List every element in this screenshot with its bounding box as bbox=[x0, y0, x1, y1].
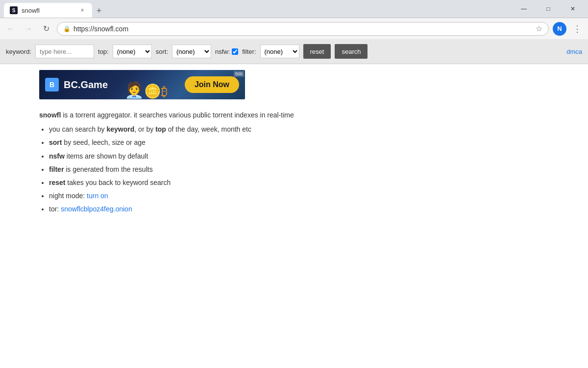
sort-select[interactable]: (none) seed leech size age bbox=[172, 45, 211, 58]
browser-tab[interactable]: S snowfl × bbox=[4, 3, 92, 18]
list-item: filter is generated from the results bbox=[49, 163, 549, 176]
ad-join-button[interactable]: Join Now bbox=[185, 76, 239, 93]
browser-menu-button[interactable]: ⋮ bbox=[570, 22, 584, 36]
dmca-link[interactable]: dmca bbox=[566, 48, 582, 55]
browser-window: S snowfl × + — □ ✕ ← → ↻ 🔒 https://snowf… bbox=[0, 0, 588, 368]
top-label: top: bbox=[98, 48, 109, 55]
tor-link[interactable]: snowflcblpoz4feg.onion bbox=[61, 205, 132, 213]
maximize-button[interactable]: □ bbox=[537, 1, 560, 17]
ad-banner[interactable]: B BC.Game 🧑‍💼 🪙 ₿ Join Now 500 bbox=[39, 70, 245, 99]
search-button[interactable]: search bbox=[335, 44, 368, 59]
list-item: you can search by keyword, or by top of … bbox=[49, 123, 549, 136]
title-bar: S snowfl × + — □ ✕ bbox=[0, 0, 588, 18]
page-area: keyword: top: (none) day week month sort… bbox=[0, 39, 588, 368]
list-item: reset takes you back to keyword search bbox=[49, 177, 549, 189]
night-mode-link[interactable]: turn on bbox=[87, 192, 108, 200]
bookmark-icon[interactable]: ☆ bbox=[536, 24, 542, 33]
back-button[interactable]: ← bbox=[4, 22, 18, 36]
filter-label: filter: bbox=[242, 48, 256, 55]
filter-select[interactable]: (none) bbox=[260, 45, 299, 58]
feature-list: you can search by keyword, or by top of … bbox=[49, 123, 549, 215]
ad-badge: 500 bbox=[234, 71, 244, 77]
tab-favicon: S bbox=[10, 6, 18, 14]
top-select[interactable]: (none) day week month bbox=[113, 45, 152, 58]
keyword-label: keyword: bbox=[6, 48, 31, 55]
address-bar: ← → ↻ 🔒 https://snowfl.com ☆ N ⋮ bbox=[0, 18, 588, 39]
ad-brand-name: BC.Game bbox=[64, 79, 108, 91]
ad-characters: 🧑‍💼 🪙 ₿ bbox=[113, 70, 180, 99]
reset-button[interactable]: reset bbox=[303, 44, 331, 59]
tab-close-button[interactable]: × bbox=[78, 6, 86, 14]
url-bar[interactable]: 🔒 https://snowfl.com ☆ bbox=[57, 22, 549, 36]
forward-button[interactable]: → bbox=[22, 22, 35, 36]
list-item: nsfw items are shown by default bbox=[49, 150, 549, 162]
minimize-button[interactable]: — bbox=[513, 1, 535, 17]
list-item: night mode: turn on bbox=[49, 190, 549, 202]
tab-bar: S snowfl × + bbox=[4, 0, 511, 18]
ad-logo: B bbox=[45, 78, 59, 92]
new-tab-button[interactable]: + bbox=[92, 4, 106, 18]
tab-title: snowfl bbox=[22, 7, 74, 14]
reload-button[interactable]: ↻ bbox=[39, 22, 53, 36]
search-toolbar: keyword: top: (none) day week month sort… bbox=[0, 39, 588, 64]
nsfw-checkbox[interactable] bbox=[232, 48, 238, 55]
close-button[interactable]: ✕ bbox=[562, 1, 584, 17]
url-text: https://snowfl.com bbox=[74, 25, 533, 33]
lock-icon: 🔒 bbox=[63, 25, 71, 32]
description-section: snowfl is a torrent aggregator. it searc… bbox=[0, 103, 588, 223]
profile-button[interactable]: N bbox=[553, 22, 566, 36]
keyword-input[interactable] bbox=[35, 45, 94, 58]
intro-text: snowfl is a torrent aggregator. it searc… bbox=[39, 109, 549, 121]
sort-label: sort: bbox=[156, 48, 168, 55]
window-controls: — □ ✕ bbox=[513, 1, 584, 17]
list-item: sort by seed, leech, size or age bbox=[49, 137, 549, 149]
list-item: tor: snowflcblpoz4feg.onion bbox=[49, 203, 549, 215]
nsfw-label: nsfw: bbox=[215, 48, 238, 55]
